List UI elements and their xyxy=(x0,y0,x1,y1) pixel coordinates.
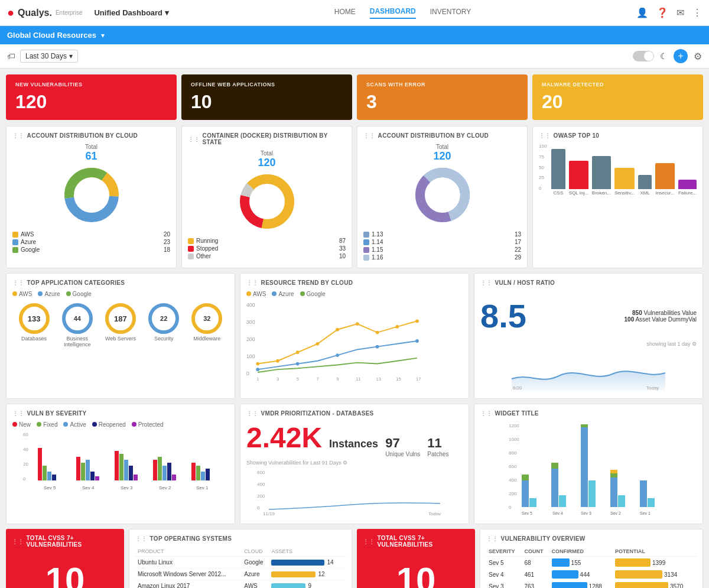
os-table-body: Ubuntu Linux Google 14 Microsoft Windows… xyxy=(135,557,346,589)
svg-point-30 xyxy=(376,345,379,349)
owasp-widget: OWASP TOP 10 1007550250 CSS SQL Inj... B… xyxy=(532,126,703,268)
svg-text:Sev 2: Sev 2 xyxy=(610,511,621,515)
circle-middleware-ring: 32 xyxy=(191,303,222,334)
account-dist-right-donut xyxy=(410,163,475,228)
filter-right-controls: ☾ + ⚙ xyxy=(633,49,702,63)
owasp-bar-data: Sensitiv... xyxy=(614,168,635,196)
circle-databases-label: Databases xyxy=(21,336,47,342)
dashboard-title-text: Unified Dashboard xyxy=(94,8,162,17)
vmdr-chart: 600 400 200 0 11/19 Today xyxy=(246,468,463,515)
nav-dashboard[interactable]: DASHBOARD xyxy=(370,7,416,19)
user-icon[interactable]: 👤 xyxy=(636,7,648,18)
widget-row-1: ACCOUNT DISTRIBUTION BY CLOUD Total 61 A… xyxy=(0,126,709,273)
scans-error-label: SCANS WITH ERROR xyxy=(366,82,518,87)
svg-text:400: 400 xyxy=(257,482,265,487)
date-range-label: Last 30 Days xyxy=(25,52,67,60)
new-vuln-value: 120 xyxy=(15,91,167,113)
os-cloud-2: Azure xyxy=(242,568,269,580)
circle-webservers: 187 Web Servers xyxy=(105,303,136,347)
vmdr-showing: Showing Vulnerabilities for Last 91 Days… xyxy=(246,460,463,466)
date-range-dropdown[interactable]: Last 30 Days ▾ xyxy=(20,50,78,63)
add-widget-button[interactable]: + xyxy=(674,49,688,63)
svg-text:200: 200 xyxy=(246,336,255,342)
svg-text:40: 40 xyxy=(23,447,28,452)
asset-value-num: 100 xyxy=(625,316,635,323)
offline-webapp-label: OFFLINE WEB APPLICATIONS xyxy=(191,82,343,87)
table-row: Microsoft Windows Server 2012... Azure 1… xyxy=(135,568,346,580)
malware-detected-card: MALWARE DETECTED 20 xyxy=(532,74,703,120)
svg-rect-54 xyxy=(115,451,119,480)
owasp-bars: CSS SQL Inj... Broken... Sensitiv... XML xyxy=(551,148,697,196)
svg-point-24 xyxy=(376,331,379,334)
vuln-overview-title: VULNERABILITY OVERVIEW xyxy=(486,535,697,542)
svg-rect-49 xyxy=(81,463,85,480)
circle-middleware-label: Middleware xyxy=(193,336,220,342)
vuln-col-potential: POTENTIAL xyxy=(613,547,697,557)
nav-inventory[interactable]: INVENTORY xyxy=(430,8,471,18)
svg-rect-52 xyxy=(95,476,99,480)
subnav-arrow-icon: ▾ xyxy=(101,31,105,40)
owasp-bar-css: CSS xyxy=(551,149,565,196)
malware-value: 20 xyxy=(542,91,694,113)
svg-rect-94 xyxy=(588,480,596,507)
svg-rect-68 xyxy=(201,472,205,480)
vuln-potential-5: 1399 xyxy=(613,557,697,569)
vuln-confirmed-5: 155 xyxy=(549,557,613,569)
vuln-host-ratio-header: 8.5 850 Vulnerabilities Value 100 Asset … xyxy=(480,291,697,341)
svg-text:Sev 4: Sev 4 xyxy=(552,511,563,515)
logo-icon: ● xyxy=(7,6,14,20)
circle-databases-ring: 133 xyxy=(19,303,50,334)
sev5-active-bar xyxy=(47,472,51,480)
svg-rect-62 xyxy=(162,466,167,480)
offline-webapp-value: 10 xyxy=(191,91,343,113)
account-dist-right-total-label: Total xyxy=(436,144,448,150)
table-row: Amazon Linux 2017 AWS 9 xyxy=(135,580,346,589)
top-navigation: ● Qualys. Enterprise Unified Dashboard ▾… xyxy=(0,0,709,26)
total-cvss-left-value: 10 xyxy=(12,560,118,588)
owasp-chart-area: 1007550250 CSS SQL Inj... Broken... Sen xyxy=(539,144,697,196)
total-cvss-right-value: 10 xyxy=(363,560,469,588)
circle-security-ring: 22 xyxy=(148,303,179,334)
owasp-bar-crypto: Insecur... xyxy=(655,163,674,196)
dashboard-title[interactable]: Unified Dashboard ▾ xyxy=(94,8,169,17)
mail-icon[interactable]: ✉ xyxy=(677,7,684,18)
vmdr-widget: VMDR PRIORITIZATION - DATABASES 2.42K In… xyxy=(240,404,469,524)
svg-rect-84 xyxy=(522,480,529,507)
svg-text:Today: Today xyxy=(428,511,441,515)
container-docker-widget: CONTAINER (DOCKER) DISTRIBUTION BY STATE… xyxy=(181,126,352,268)
malware-label: MALWARE DETECTED xyxy=(542,82,694,87)
circle-webservers-label: Web Servers xyxy=(105,336,136,342)
account-dist-right-legend: 1.1313 1.1417 1.1522 1.1629 xyxy=(363,231,521,262)
settings-icon[interactable]: ⚙ xyxy=(694,51,702,62)
total-cvss-right-widget: TOTAL CVSS 7+ VULNERABILITIES 10 xyxy=(357,529,475,588)
nav-home[interactable]: HOME xyxy=(334,8,356,18)
vuln-value-num: 850 xyxy=(632,310,642,316)
circle-webservers-ring: 187 xyxy=(105,303,136,334)
app-categories-legend: AWS Azure Google xyxy=(12,291,229,297)
svg-rect-48 xyxy=(76,457,80,480)
vuln-confirmed-3: 1288 xyxy=(549,580,613,588)
global-resources-title[interactable]: Global Cloud Resources xyxy=(7,31,96,40)
vuln-sev-4: Sev 4 xyxy=(486,568,522,580)
vmdr-stat-instances: Instances xyxy=(329,438,378,450)
ratio-value: 8.5 xyxy=(480,297,526,335)
vmdr-patches-num: 11 xyxy=(427,436,448,451)
svg-rect-90 xyxy=(559,495,566,507)
account-dist-right-chart: Total 120 1.1313 1.1417 1.1522 1.1629 xyxy=(363,144,521,262)
logo-area: ● Qualys. Enterprise xyxy=(7,6,82,20)
owasp-bar-crypto-rect xyxy=(655,163,674,189)
resource-trend-title: RESOURCE TREND BY CLOUD xyxy=(246,280,463,286)
svg-rect-55 xyxy=(119,454,123,480)
bottom-row: TOTAL CVSS 7+ VULNERABILITIES 10 TOP OPE… xyxy=(0,529,709,588)
svg-text:100: 100 xyxy=(246,353,255,359)
filter-tag-icon[interactable]: 🏷 xyxy=(7,51,15,61)
resource-trend-widget: RESOURCE TREND BY CLOUD AWS Azure Google… xyxy=(240,273,469,399)
apps-icon[interactable]: ⋮ xyxy=(692,7,702,18)
help-icon[interactable]: ❓ xyxy=(656,7,668,18)
total-cvss-left-title: TOTAL CVSS 7+ VULNERABILITIES xyxy=(12,535,118,548)
svg-text:15: 15 xyxy=(396,376,401,382)
svg-text:300: 300 xyxy=(246,319,255,325)
total-cvss-left-widget: TOTAL CVSS 7+ VULNERABILITIES 10 xyxy=(6,529,124,588)
svg-rect-51 xyxy=(90,472,95,480)
theme-toggle[interactable] xyxy=(633,51,654,61)
